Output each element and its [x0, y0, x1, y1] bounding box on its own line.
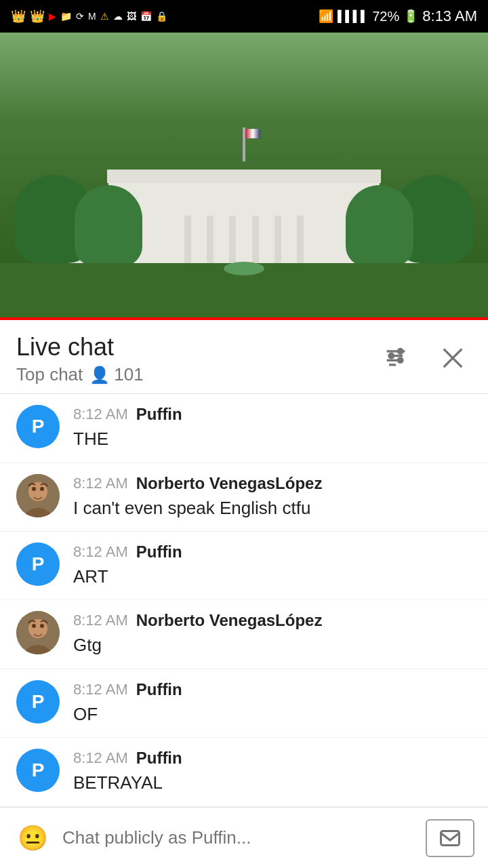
svg-point-4	[398, 349, 403, 353]
folder-icon: 📁	[60, 11, 72, 22]
viewer-number: 101	[114, 364, 143, 385]
sync-icon: ⟳	[76, 11, 84, 22]
live-chat-title: Live chat	[16, 332, 144, 361]
emoji-icon: 😐	[18, 824, 48, 852]
chat-header-sub: Top chat 👤 101	[16, 364, 144, 385]
message-author: Norberto VenegasLópez	[136, 611, 323, 630]
message-content: 8:12 AM Puffin BETRAYAL	[73, 749, 472, 795]
svg-point-12	[32, 487, 36, 491]
message-content: 8:12 AM Puffin ART	[73, 542, 472, 589]
avatar: P	[16, 542, 60, 586]
calendar-icon: 📅	[140, 11, 152, 22]
avatar	[16, 474, 60, 517]
message-author: Puffin	[136, 542, 182, 561]
viewer-icon: 👤	[89, 366, 110, 384]
filter-button[interactable]	[377, 339, 415, 379]
fountain	[224, 262, 264, 275]
svg-rect-19	[441, 831, 460, 845]
mastodon-icon: M	[88, 11, 96, 22]
message-text: ART	[73, 564, 472, 589]
battery-icon: 🔋	[403, 9, 418, 24]
message-content: 8:12 AM Puffin OF	[73, 680, 472, 726]
send-icon	[438, 826, 462, 850]
flagpole	[243, 127, 245, 161]
message-row: P 8:12 AM Puffin ART	[0, 532, 488, 600]
status-bar-left: 👑 👑 ▶ 📁 ⟳ M ⚠ ☁ 🖼 📅 🔒	[11, 9, 167, 24]
status-bar: 👑 👑 ▶ 📁 ⟳ M ⚠ ☁ 🖼 📅 🔒 📶 ▌▌▌▌ 72% 🔋 8:13 …	[0, 0, 488, 33]
message-row: 8:12 AM Norberto VenegasLópez I can't ev…	[0, 463, 488, 532]
message-time: 8:12 AM	[73, 612, 128, 629]
chat-input[interactable]	[62, 819, 415, 857]
message-text: THE	[73, 427, 472, 451]
message-content: 8:12 AM Puffin THE	[73, 405, 472, 451]
chat-header-icons	[377, 339, 472, 379]
svg-point-13	[40, 487, 44, 491]
message-author: Puffin	[136, 680, 182, 699]
emoji-button[interactable]: 😐	[14, 819, 52, 857]
message-meta: 8:12 AM Norberto VenegasLópez	[73, 611, 472, 630]
message-meta: 8:12 AM Puffin	[73, 749, 472, 768]
messages-list: P 8:12 AM Puffin THE 8:12 AM	[0, 394, 488, 807]
message-content: 8:12 AM Norberto VenegasLópez Gtg	[73, 611, 472, 657]
lock-icon: 🔒	[156, 11, 167, 22]
message-time: 8:12 AM	[73, 681, 128, 698]
message-row: 8:12 AM Norberto VenegasLópez Gtg	[0, 600, 488, 669]
message-time: 8:12 AM	[73, 749, 128, 767]
video-player[interactable]	[0, 33, 488, 317]
message-time: 8:12 AM	[73, 543, 128, 561]
crown-icon: 👑	[11, 9, 26, 24]
wifi-icon: 📶	[319, 9, 333, 24]
avatar: P	[16, 680, 60, 724]
chat-input-bar: 😐	[0, 807, 488, 868]
message-author: Puffin	[136, 405, 182, 424]
send-button[interactable]	[426, 819, 474, 857]
status-bar-right: 📶 ▌▌▌▌ 72% 🔋 8:13 AM	[319, 7, 477, 25]
close-button[interactable]	[434, 339, 472, 379]
warning-icon: ⚠	[100, 11, 109, 22]
crown2-icon: 👑	[30, 9, 45, 24]
time-display: 8:13 AM	[422, 7, 477, 25]
message-text: BETRAYAL	[73, 770, 472, 795]
message-meta: 8:12 AM Puffin	[73, 405, 472, 424]
battery-percent: 72%	[372, 9, 399, 24]
message-text: I can't even speak English ctfu	[73, 496, 472, 520]
message-text: OF	[73, 702, 472, 726]
filter-icon	[382, 344, 409, 372]
image-icon: 🖼	[127, 11, 136, 22]
message-row: P 8:12 AM Puffin THE	[0, 394, 488, 462]
message-time: 8:12 AM	[73, 406, 128, 423]
message-meta: 8:12 AM Norberto VenegasLópez	[73, 474, 472, 493]
svg-point-15	[28, 619, 47, 638]
svg-point-10	[28, 482, 47, 501]
svg-point-5	[389, 353, 394, 358]
svg-point-18	[40, 624, 44, 628]
message-author: Norberto VenegasLópez	[136, 474, 323, 493]
chat-header-info: Live chat Top chat 👤 101	[16, 332, 144, 385]
avatar: P	[16, 405, 60, 448]
chat-header: Live chat Top chat 👤 101	[0, 320, 488, 394]
youtube-icon: ▶	[49, 11, 56, 22]
live-chat-panel: Live chat Top chat 👤 101	[0, 320, 488, 868]
message-row: P 8:12 AM Puffin BETRAYAL	[0, 738, 488, 806]
message-meta: 8:12 AM Puffin	[73, 680, 472, 699]
avatar: P	[16, 749, 60, 792]
cloud-icon: ☁	[113, 11, 123, 22]
signal-bars: ▌▌▌▌	[338, 10, 368, 22]
message-content: 8:12 AM Norberto VenegasLópez I can't ev…	[73, 474, 472, 520]
message-meta: 8:12 AM Puffin	[73, 542, 472, 561]
svg-point-17	[32, 624, 36, 628]
message-text: Gtg	[73, 633, 472, 657]
avatar	[16, 611, 60, 654]
close-icon	[439, 344, 466, 372]
top-chat-label[interactable]: Top chat	[16, 364, 83, 385]
message-author: Puffin	[136, 749, 182, 768]
message-time: 8:12 AM	[73, 475, 128, 492]
message-row: P 8:12 AM Puffin OF	[0, 669, 488, 738]
viewer-count: 👤 101	[89, 364, 143, 385]
svg-point-6	[398, 358, 403, 363]
